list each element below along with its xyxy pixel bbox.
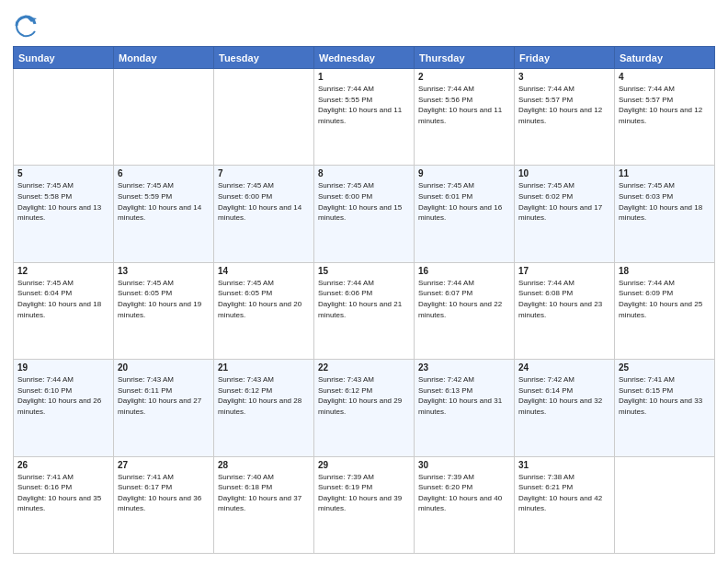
calendar-cell: 7Sunrise: 7:45 AMSunset: 6:00 PMDaylight… — [214, 166, 314, 262]
calendar-cell: 29Sunrise: 7:39 AMSunset: 6:19 PMDayligh… — [314, 456, 415, 553]
calendar-cell: 14Sunrise: 7:45 AMSunset: 6:05 PMDayligh… — [214, 262, 314, 359]
day-number: 10 — [518, 168, 610, 178]
day-info: Sunrise: 7:44 AMSunset: 5:57 PMDaylight:… — [619, 84, 711, 126]
day-info: Sunrise: 7:45 AMSunset: 6:03 PMDaylight:… — [619, 180, 711, 223]
day-info: Sunrise: 7:44 AMSunset: 6:10 PMDaylight:… — [17, 374, 109, 417]
day-info: Sunrise: 7:43 AMSunset: 6:12 PMDaylight:… — [218, 374, 310, 417]
day-number: 4 — [619, 72, 711, 82]
weekday-header-friday: Friday — [515, 47, 615, 69]
calendar-cell: 5Sunrise: 7:45 AMSunset: 5:58 PMDaylight… — [14, 166, 114, 262]
day-number: 24 — [518, 362, 610, 373]
day-info: Sunrise: 7:44 AMSunset: 5:56 PMDaylight:… — [418, 84, 510, 126]
day-number: 22 — [318, 362, 410, 373]
day-info: Sunrise: 7:39 AMSunset: 6:19 PMDaylight:… — [318, 472, 410, 514]
day-info: Sunrise: 7:41 AMSunset: 6:17 PMDaylight:… — [118, 472, 210, 514]
day-number: 31 — [518, 460, 610, 470]
day-number: 25 — [619, 362, 711, 373]
calendar-cell: 20Sunrise: 7:43 AMSunset: 6:11 PMDayligh… — [114, 360, 214, 456]
day-number: 29 — [318, 460, 410, 470]
calendar-cell: 27Sunrise: 7:41 AMSunset: 6:17 PMDayligh… — [114, 456, 214, 553]
weekday-header-monday: Monday — [114, 47, 214, 69]
weekday-header-row: SundayMondayTuesdayWednesdayThursdayFrid… — [14, 47, 715, 69]
day-info: Sunrise: 7:40 AMSunset: 6:18 PMDaylight:… — [218, 472, 310, 514]
day-number: 28 — [218, 460, 310, 470]
day-info: Sunrise: 7:45 AMSunset: 5:58 PMDaylight:… — [17, 180, 109, 223]
day-number: 18 — [619, 266, 711, 276]
day-info: Sunrise: 7:44 AMSunset: 6:08 PMDaylight:… — [518, 278, 610, 320]
day-number: 27 — [118, 460, 210, 470]
day-info: Sunrise: 7:44 AMSunset: 5:55 PMDaylight:… — [318, 84, 410, 126]
calendar-cell — [214, 69, 314, 166]
day-info: Sunrise: 7:45 AMSunset: 6:02 PMDaylight:… — [518, 180, 610, 223]
calendar-cell: 11Sunrise: 7:45 AMSunset: 6:03 PMDayligh… — [615, 166, 715, 262]
day-number: 2 — [418, 72, 510, 82]
calendar-cell: 26Sunrise: 7:41 AMSunset: 6:16 PMDayligh… — [14, 456, 114, 553]
day-number: 3 — [518, 72, 610, 82]
day-number: 13 — [118, 266, 210, 276]
calendar-cell: 2Sunrise: 7:44 AMSunset: 5:56 PMDaylight… — [415, 69, 515, 166]
day-info: Sunrise: 7:45 AMSunset: 6:05 PMDaylight:… — [218, 278, 310, 320]
calendar-cell — [114, 69, 214, 166]
day-info: Sunrise: 7:44 AMSunset: 5:57 PMDaylight:… — [518, 84, 610, 126]
day-info: Sunrise: 7:41 AMSunset: 6:16 PMDaylight:… — [17, 472, 109, 514]
calendar-cell: 25Sunrise: 7:41 AMSunset: 6:15 PMDayligh… — [615, 360, 715, 456]
day-info: Sunrise: 7:45 AMSunset: 6:00 PMDaylight:… — [218, 180, 310, 223]
weekday-header-sunday: Sunday — [14, 47, 114, 69]
weekday-header-saturday: Saturday — [615, 47, 715, 69]
day-number: 21 — [218, 362, 310, 373]
day-number: 5 — [17, 168, 109, 178]
page: SundayMondayTuesdayWednesdayThursdayFrid… — [0, 0, 728, 563]
day-number: 8 — [318, 168, 410, 178]
day-info: Sunrise: 7:42 AMSunset: 6:14 PMDaylight:… — [518, 374, 610, 417]
calendar-week-row: 1Sunrise: 7:44 AMSunset: 5:55 PMDaylight… — [14, 69, 715, 166]
weekday-header-tuesday: Tuesday — [214, 47, 314, 69]
calendar-cell — [615, 456, 715, 553]
header — [13, 9, 715, 39]
day-number: 6 — [118, 168, 210, 178]
day-info: Sunrise: 7:43 AMSunset: 6:12 PMDaylight:… — [318, 374, 410, 417]
calendar-week-row: 5Sunrise: 7:45 AMSunset: 5:58 PMDaylight… — [14, 166, 715, 262]
day-info: Sunrise: 7:45 AMSunset: 5:59 PMDaylight:… — [118, 180, 210, 223]
calendar-week-row: 26Sunrise: 7:41 AMSunset: 6:16 PMDayligh… — [14, 456, 715, 553]
calendar-cell: 3Sunrise: 7:44 AMSunset: 5:57 PMDaylight… — [515, 69, 615, 166]
day-number: 1 — [318, 72, 410, 82]
day-number: 15 — [318, 266, 410, 276]
calendar-cell: 12Sunrise: 7:45 AMSunset: 6:04 PMDayligh… — [14, 262, 114, 359]
calendar-cell: 13Sunrise: 7:45 AMSunset: 6:05 PMDayligh… — [114, 262, 214, 359]
day-info: Sunrise: 7:45 AMSunset: 6:00 PMDaylight:… — [318, 180, 410, 223]
calendar-cell: 28Sunrise: 7:40 AMSunset: 6:18 PMDayligh… — [214, 456, 314, 553]
calendar-cell: 4Sunrise: 7:44 AMSunset: 5:57 PMDaylight… — [615, 69, 715, 166]
day-info: Sunrise: 7:45 AMSunset: 6:01 PMDaylight:… — [418, 180, 510, 223]
day-number: 12 — [17, 266, 109, 276]
calendar-cell: 8Sunrise: 7:45 AMSunset: 6:00 PMDaylight… — [314, 166, 415, 262]
calendar-week-row: 12Sunrise: 7:45 AMSunset: 6:04 PMDayligh… — [14, 262, 715, 359]
calendar-cell: 24Sunrise: 7:42 AMSunset: 6:14 PMDayligh… — [515, 360, 615, 456]
day-info: Sunrise: 7:44 AMSunset: 6:06 PMDaylight:… — [318, 278, 410, 320]
day-number: 7 — [218, 168, 310, 178]
day-info: Sunrise: 7:42 AMSunset: 6:13 PMDaylight:… — [418, 374, 510, 417]
calendar-cell: 18Sunrise: 7:44 AMSunset: 6:09 PMDayligh… — [615, 262, 715, 359]
day-number: 20 — [118, 362, 210, 373]
day-number: 23 — [418, 362, 510, 373]
calendar-cell: 23Sunrise: 7:42 AMSunset: 6:13 PMDayligh… — [415, 360, 515, 456]
calendar-cell: 6Sunrise: 7:45 AMSunset: 5:59 PMDaylight… — [114, 166, 214, 262]
calendar-cell: 15Sunrise: 7:44 AMSunset: 6:06 PMDayligh… — [314, 262, 415, 359]
day-number: 19 — [17, 362, 109, 373]
day-info: Sunrise: 7:39 AMSunset: 6:20 PMDaylight:… — [418, 472, 510, 514]
calendar-cell: 10Sunrise: 7:45 AMSunset: 6:02 PMDayligh… — [515, 166, 615, 262]
calendar-week-row: 19Sunrise: 7:44 AMSunset: 6:10 PMDayligh… — [14, 360, 715, 456]
day-info: Sunrise: 7:44 AMSunset: 6:09 PMDaylight:… — [619, 278, 711, 320]
logo-icon — [13, 13, 39, 39]
logo — [13, 13, 42, 39]
day-number: 11 — [619, 168, 711, 178]
calendar-cell: 31Sunrise: 7:38 AMSunset: 6:21 PMDayligh… — [515, 456, 615, 553]
calendar-cell: 22Sunrise: 7:43 AMSunset: 6:12 PMDayligh… — [314, 360, 415, 456]
calendar-cell: 17Sunrise: 7:44 AMSunset: 6:08 PMDayligh… — [515, 262, 615, 359]
day-info: Sunrise: 7:43 AMSunset: 6:11 PMDaylight:… — [118, 374, 210, 417]
day-info: Sunrise: 7:45 AMSunset: 6:04 PMDaylight:… — [17, 278, 109, 320]
calendar-table: SundayMondayTuesdayWednesdayThursdayFrid… — [13, 46, 715, 554]
day-info: Sunrise: 7:45 AMSunset: 6:05 PMDaylight:… — [118, 278, 210, 320]
calendar-cell: 21Sunrise: 7:43 AMSunset: 6:12 PMDayligh… — [214, 360, 314, 456]
calendar-cell — [14, 69, 114, 166]
day-info: Sunrise: 7:41 AMSunset: 6:15 PMDaylight:… — [619, 374, 711, 417]
